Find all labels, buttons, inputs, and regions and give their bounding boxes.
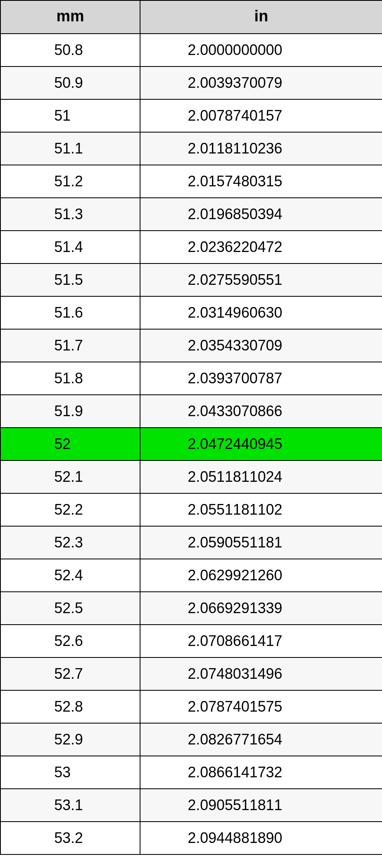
cell-mm: 52.3 — [0, 526, 140, 559]
cell-in: 2.0748031496 — [140, 657, 382, 690]
cell-mm: 52.7 — [0, 657, 140, 690]
cell-in: 2.0196850394 — [140, 198, 382, 231]
cell-mm: 52.4 — [0, 559, 140, 592]
cell-in: 2.0551181102 — [140, 493, 382, 526]
cell-mm: 52.6 — [0, 625, 140, 657]
table-row: 53.22.0944881890 — [0, 822, 382, 854]
cell-mm: 51 — [0, 99, 140, 132]
cell-in: 2.0905511811 — [140, 789, 382, 822]
cell-mm: 50.8 — [0, 34, 140, 66]
cell-mm: 51.3 — [0, 198, 140, 231]
cell-in: 2.0826771654 — [140, 723, 382, 756]
table-row: 51.12.0118110236 — [0, 132, 382, 165]
header-in: in — [140, 0, 382, 34]
header-mm: mm — [0, 0, 140, 34]
cell-mm: 52.5 — [0, 592, 140, 625]
cell-in: 2.0866141732 — [140, 756, 382, 789]
cell-in: 2.0078740157 — [140, 99, 382, 132]
cell-mm: 53 — [0, 756, 140, 789]
table-row: 52.92.0826771654 — [0, 723, 382, 756]
table-row: 53.12.0905511811 — [0, 789, 382, 822]
table-row: 51.32.0196850394 — [0, 198, 382, 231]
cell-mm: 53.1 — [0, 789, 140, 822]
table-row: 52.12.0511811024 — [0, 460, 382, 493]
table-row: 51.62.0314960630 — [0, 296, 382, 329]
table-row: 52.62.0708661417 — [0, 625, 382, 657]
cell-in: 2.0590551181 — [140, 526, 382, 559]
cell-mm: 51.7 — [0, 329, 140, 362]
table-row: 50.92.0039370079 — [0, 66, 382, 99]
cell-in: 2.0275590551 — [140, 263, 382, 296]
table-row: 51.22.0157480315 — [0, 165, 382, 198]
table-row: 52.82.0787401575 — [0, 690, 382, 723]
cell-mm: 51.6 — [0, 296, 140, 329]
cell-in: 2.0944881890 — [140, 822, 382, 854]
cell-in: 2.0669291339 — [140, 592, 382, 625]
cell-in: 2.0393700787 — [140, 362, 382, 395]
conversion-table: mm in 50.82.000000000050.92.003937007951… — [0, 0, 382, 855]
table-row: 52.42.0629921260 — [0, 559, 382, 592]
table-row: 532.0866141732 — [0, 756, 382, 789]
cell-in: 2.0511811024 — [140, 460, 382, 493]
table-row: 51.52.0275590551 — [0, 263, 382, 296]
table-row: 522.0472440945 — [0, 428, 382, 460]
cell-mm: 52 — [0, 428, 140, 460]
table-row: 50.82.0000000000 — [0, 34, 382, 66]
cell-mm: 52.2 — [0, 493, 140, 526]
cell-mm: 52.9 — [0, 723, 140, 756]
table-row: 52.72.0748031496 — [0, 657, 382, 690]
cell-mm: 51.4 — [0, 231, 140, 263]
cell-in: 2.0157480315 — [140, 165, 382, 198]
cell-in: 2.0708661417 — [140, 625, 382, 657]
cell-in: 2.0354330709 — [140, 329, 382, 362]
table-row: 52.32.0590551181 — [0, 526, 382, 559]
cell-mm: 50.9 — [0, 66, 140, 99]
cell-in: 2.0629921260 — [140, 559, 382, 592]
cell-in: 2.0039370079 — [140, 66, 382, 99]
table-row: 52.22.0551181102 — [0, 493, 382, 526]
cell-in: 2.0433070866 — [140, 395, 382, 428]
table-row: 51.42.0236220472 — [0, 231, 382, 263]
cell-mm: 51.2 — [0, 165, 140, 198]
table-row: 52.52.0669291339 — [0, 592, 382, 625]
cell-mm: 51.1 — [0, 132, 140, 165]
cell-in: 2.0472440945 — [140, 428, 382, 460]
cell-mm: 51.5 — [0, 263, 140, 296]
cell-mm: 53.2 — [0, 822, 140, 854]
cell-in: 2.0236220472 — [140, 231, 382, 263]
table-row: 512.0078740157 — [0, 99, 382, 132]
cell-mm: 51.8 — [0, 362, 140, 395]
cell-mm: 52.1 — [0, 460, 140, 493]
cell-mm: 51.9 — [0, 395, 140, 428]
table-header-row: mm in — [0, 0, 382, 34]
table-row: 51.82.0393700787 — [0, 362, 382, 395]
cell-in: 2.0118110236 — [140, 132, 382, 165]
cell-in: 2.0787401575 — [140, 690, 382, 723]
cell-in: 2.0314960630 — [140, 296, 382, 329]
table-row: 51.72.0354330709 — [0, 329, 382, 362]
table-row: 51.92.0433070866 — [0, 395, 382, 428]
cell-in: 2.0000000000 — [140, 34, 382, 66]
cell-mm: 52.8 — [0, 690, 140, 723]
